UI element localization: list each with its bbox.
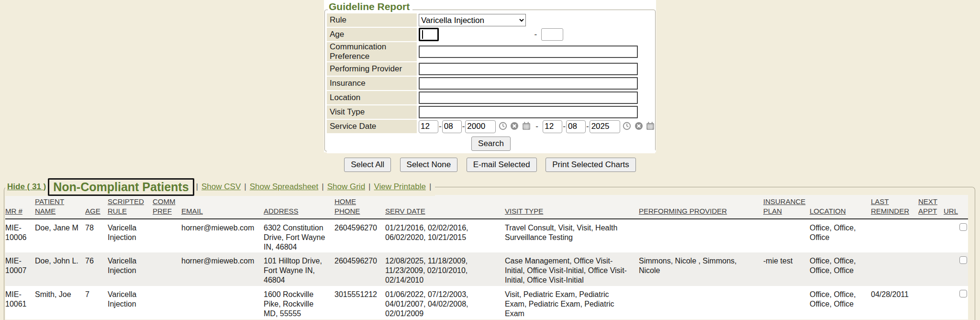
column-header[interactable]: URL <box>944 195 957 219</box>
table-cell: Varicella Injection <box>108 286 153 320</box>
clock-icon[interactable] <box>499 122 507 132</box>
guideline-report-legend: Guideline Report <box>328 1 412 12</box>
visit-type-input[interactable] <box>419 106 638 118</box>
age-range-separator: - <box>534 30 537 39</box>
column-header[interactable]: PATIENTNAME <box>35 195 85 219</box>
column-header[interactable]: NEXTAPPT <box>918 195 944 219</box>
select-none-button[interactable]: Select None <box>400 158 458 172</box>
table-cell: Office, Office, Office, Office <box>810 252 871 286</box>
table-cell: 6302 Constitution Drive, Fort Wayne IN, … <box>264 219 334 252</box>
table-cell <box>639 219 763 252</box>
service-date-from-day[interactable] <box>442 120 462 133</box>
search-button[interactable]: Search <box>471 137 511 151</box>
calendar-icon[interactable] <box>522 122 531 132</box>
table-cell: horner@mieweb.com <box>181 219 264 252</box>
link-separator: | <box>244 182 246 192</box>
service-date-from-month[interactable] <box>419 120 438 133</box>
column-header[interactable]: LASTREMINDER <box>871 195 918 219</box>
column-header[interactable]: PERFORMING PROVIDER <box>639 195 763 219</box>
service-date-label: Service Date <box>327 120 417 133</box>
table-cell: horner@mieweb.com <box>181 252 264 286</box>
select-all-button[interactable]: Select All <box>344 158 391 172</box>
table-cell: Doe, Jane M <box>35 219 85 252</box>
patients-section-legend: Hide ( 31 ) Non-Compliant Patients | Sho… <box>5 178 435 196</box>
performing-provider-input[interactable] <box>419 63 638 75</box>
link-separator: | <box>429 182 431 192</box>
table-cell <box>871 219 918 252</box>
show-grid-link[interactable]: Show Grid <box>327 182 365 192</box>
date-separator: - <box>563 122 566 131</box>
rule-select[interactable]: Varicella Injection <box>419 14 526 26</box>
column-header[interactable]: VISIT TYPE <box>505 195 639 219</box>
guideline-report-panel: Guideline Report Rule Varicella Injectio… <box>324 0 656 152</box>
section-title: Non-Compliant Patients <box>48 178 194 196</box>
date-range-separator: - <box>535 122 538 131</box>
column-header[interactable]: COMMPREF <box>153 195 181 219</box>
table-cell <box>153 252 181 286</box>
column-header[interactable]: SERV DATE <box>385 195 505 219</box>
selection-actions: Select All Select None E-mail Selected P… <box>0 158 980 172</box>
table-header-row: MR #PATIENTNAMEAGESCRIPTEDRULECOMMPREFEM… <box>5 195 968 219</box>
column-header[interactable]: HOMEPHONE <box>334 195 385 219</box>
table-cell <box>944 286 957 320</box>
table-cell <box>763 219 810 252</box>
view-printable-link[interactable]: View Printable <box>374 182 426 192</box>
clear-date-icon[interactable] <box>510 122 519 132</box>
table-cell: 7 <box>85 286 108 320</box>
email-selected-button[interactable]: E-mail Selected <box>467 158 537 172</box>
service-date-to-day[interactable] <box>566 120 586 133</box>
service-date-to-month[interactable] <box>543 120 562 133</box>
table-cell: 01/21/2016, 02/02/2016, 06/02/2020, 10/2… <box>385 219 505 252</box>
show-csv-link[interactable]: Show CSV <box>201 182 241 192</box>
clock-icon[interactable] <box>623 122 631 132</box>
column-header[interactable]: EMAIL <box>181 195 264 219</box>
checkbox-column-header <box>957 195 968 219</box>
clear-date-icon[interactable] <box>635 122 643 132</box>
column-header[interactable]: MR # <box>5 195 35 219</box>
date-separator: - <box>462 122 465 131</box>
communication-preference-label: Communication Preference <box>327 42 417 61</box>
insurance-label: Insurance <box>327 77 417 90</box>
table-cell <box>871 252 918 286</box>
insurance-input[interactable] <box>419 77 638 90</box>
table-cell <box>944 252 957 286</box>
age-label: Age <box>327 28 417 41</box>
column-header[interactable]: LOCATION <box>810 195 871 219</box>
print-selected-charts-button[interactable]: Print Selected Charts <box>546 158 636 172</box>
table-row: MIE-10007Doe, John L.76Varicella Injecti… <box>5 252 968 286</box>
table-row: MIE-10061Smith, Joe7Varicella Injection1… <box>5 286 968 320</box>
table-cell: Office, Office, Office <box>810 219 871 252</box>
row-checkbox[interactable] <box>959 256 967 264</box>
age-to-input[interactable] <box>541 28 563 41</box>
table-cell: 1600 Rockville Pike, Rockville MD, 55555 <box>264 286 334 320</box>
column-header[interactable]: AGE <box>85 195 108 219</box>
table-cell <box>918 219 944 252</box>
table-cell <box>153 219 181 252</box>
row-checkbox[interactable] <box>959 290 967 297</box>
service-date-to-year[interactable] <box>590 120 620 133</box>
column-header[interactable]: ADDRESS <box>264 195 334 219</box>
table-cell: Smith, Joe <box>35 286 85 320</box>
guideline-report-form: Rule Varicella Injection Age - Communica… <box>326 12 656 154</box>
table-cell: Travel Consult, Visit, Visit, Health Sur… <box>505 219 639 252</box>
table-row: MIE-10006Doe, Jane M78Varicella Injectio… <box>5 219 968 252</box>
link-separator: | <box>322 182 323 192</box>
communication-preference-input[interactable] <box>419 46 638 58</box>
link-separator: | <box>368 182 370 192</box>
calendar-icon[interactable] <box>646 122 655 132</box>
table-cell: Simmons, Nicole , Simmons, Nicole <box>639 252 763 286</box>
link-separator: | <box>196 182 198 192</box>
column-header[interactable]: INSURANCEPLAN <box>763 195 810 219</box>
table-cell: 2604596270 <box>334 219 385 252</box>
row-checkbox[interactable] <box>959 223 967 231</box>
service-date-from-year[interactable] <box>465 120 496 133</box>
table-cell: -mie test <box>763 252 810 286</box>
table-cell: MIE-10061 <box>5 286 35 320</box>
hide-link[interactable]: Hide ( 31 ) <box>7 182 46 192</box>
table-cell <box>944 219 957 252</box>
location-input[interactable] <box>419 91 638 104</box>
show-spreadsheet-link[interactable]: Show Spreadsheet <box>250 182 319 192</box>
table-cell: 78 <box>85 219 108 252</box>
table-cell: 01/06/2022, 07/12/2003, 04/01/2007, 04/0… <box>385 286 505 320</box>
column-header[interactable]: SCRIPTEDRULE <box>108 195 153 219</box>
